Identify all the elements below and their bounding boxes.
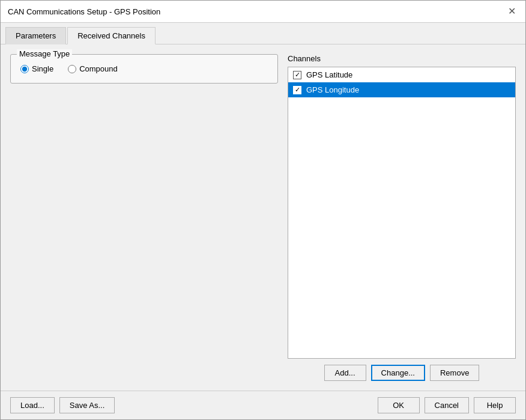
bottom-right: OK Cancel Help xyxy=(378,397,516,413)
radio-compound-label: Compound xyxy=(79,64,118,73)
dialog: CAN Communications Setup - GPS Position … xyxy=(0,0,526,420)
channel-item-latitude[interactable]: ✓ GPS Latitude xyxy=(288,67,515,82)
message-type-legend: Message Type xyxy=(17,49,72,58)
channel-item-longitude[interactable]: ✓ GPS Longitude xyxy=(288,82,515,97)
load-button[interactable]: Load... xyxy=(10,397,55,413)
channel-checkbox-latitude[interactable]: ✓ xyxy=(293,71,301,79)
radio-group: Single Compound xyxy=(20,64,268,73)
cancel-button[interactable]: Cancel xyxy=(425,397,469,413)
ok-button[interactable]: OK xyxy=(378,397,420,413)
channel-checkbox-longitude[interactable]: ✓ xyxy=(293,86,301,94)
radio-single-label: Single xyxy=(32,64,53,73)
content-area: Message Type Single Compound Channels xyxy=(1,44,525,391)
remove-button[interactable]: Remove xyxy=(430,365,479,381)
right-panel: Channels ✓ GPS Latitude ✓ GPS Longitude … xyxy=(288,54,516,381)
channels-label: Channels xyxy=(288,54,516,63)
tab-parameters[interactable]: Parameters xyxy=(5,27,66,44)
save-as-button[interactable]: Save As... xyxy=(59,397,115,413)
add-button[interactable]: Add... xyxy=(324,365,366,381)
channels-list: ✓ GPS Latitude ✓ GPS Longitude xyxy=(288,67,516,359)
tab-received-channels[interactable]: Received Channels xyxy=(67,27,156,44)
channel-label-longitude: GPS Longitude xyxy=(306,85,359,94)
bottom-left: Load... Save As... xyxy=(10,397,115,413)
channel-label-latitude: GPS Latitude xyxy=(306,70,352,79)
radio-compound-input[interactable] xyxy=(68,65,76,73)
bottom-bar: Load... Save As... OK Cancel Help xyxy=(1,391,525,419)
change-button[interactable]: Change... xyxy=(371,365,425,381)
radio-single[interactable]: Single xyxy=(20,64,53,73)
message-type-group: Message Type Single Compound xyxy=(10,54,278,84)
left-panel: Message Type Single Compound xyxy=(10,54,278,381)
tabs-row: Parameters Received Channels xyxy=(1,23,525,44)
help-button[interactable]: Help xyxy=(474,397,516,413)
title-bar: CAN Communications Setup - GPS Position … xyxy=(1,1,525,23)
dialog-title: CAN Communications Setup - GPS Position xyxy=(8,7,160,16)
radio-single-input[interactable] xyxy=(20,65,29,73)
radio-compound[interactable]: Compound xyxy=(68,64,118,73)
close-button[interactable]: ✕ xyxy=(506,5,518,17)
channels-buttons: Add... Change... Remove xyxy=(288,365,516,381)
